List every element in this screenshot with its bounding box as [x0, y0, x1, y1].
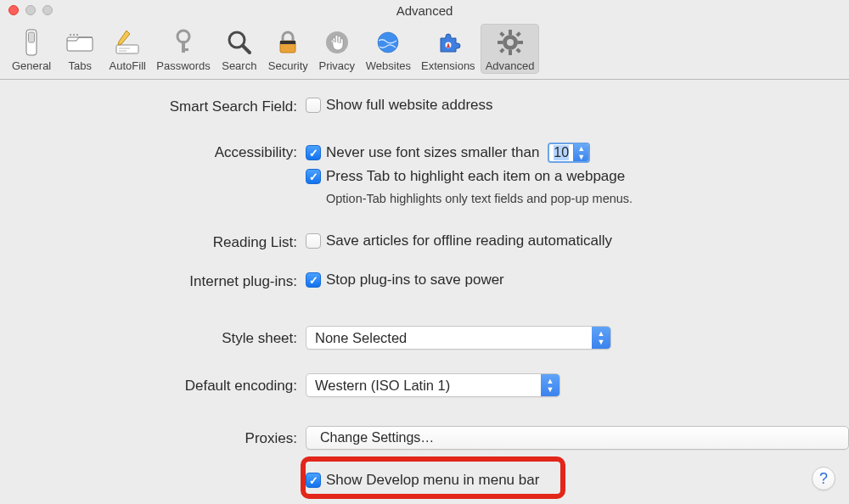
checkbox-tab-highlight[interactable]: Press Tab to highlight each item on a we… [306, 168, 849, 185]
svg-rect-23 [509, 30, 512, 35]
checkbox-icon [306, 233, 321, 249]
tab-security[interactable]: Security [263, 24, 313, 74]
checkbox-show-full-url[interactable]: Show full website address [306, 97, 849, 114]
label-proxies: Proxies: [0, 426, 306, 447]
svg-point-31 [507, 39, 514, 46]
checkbox-icon [306, 473, 321, 488]
tab-search[interactable]: Search [216, 24, 263, 74]
svg-point-5 [76, 34, 78, 36]
svg-point-3 [70, 34, 71, 36]
checkbox-offline-reading[interactable]: Save articles for offline reading automa… [306, 232, 849, 249]
window-title: Advanced [0, 3, 849, 18]
checkbox-label: Never use font sizes smaller than [326, 144, 539, 161]
svg-rect-25 [498, 41, 503, 44]
svg-rect-29 [499, 48, 504, 53]
label-smart-search: Smart Search Field: [0, 97, 306, 115]
svg-rect-2 [67, 37, 93, 51]
titlebar: Advanced [0, 0, 849, 20]
row-default-encoding: Default encoding: Western (ISO Latin 1) … [0, 373, 849, 397]
search-icon [222, 27, 256, 58]
tab-label: Search [222, 59, 256, 72]
label-default-encoding: Default encoding: [0, 373, 306, 395]
tab-label: General [12, 59, 51, 72]
default-encoding-select[interactable]: Western (ISO Latin 1) ▲▼ [306, 373, 560, 397]
puzzle-icon [431, 27, 465, 58]
svg-line-14 [243, 46, 250, 53]
checkbox-icon [306, 98, 321, 113]
row-style-sheet: Style sheet: None Selected ▲▼ [0, 326, 849, 350]
change-proxy-settings-button[interactable]: Change Settings… [306, 426, 849, 450]
checkbox-label: Press Tab to highlight each item on a we… [326, 168, 625, 185]
help-icon: ? [819, 470, 828, 488]
tab-websites[interactable]: Websites [361, 24, 416, 74]
svg-point-10 [177, 31, 189, 42]
help-button[interactable]: ? [812, 467, 835, 490]
accessibility-hint: Option-Tab highlights only text fields a… [326, 192, 849, 205]
checkbox-label: Save articles for offline reading automa… [326, 232, 612, 249]
checkbox-show-develop-menu[interactable]: Show Develop menu in menu bar [306, 472, 849, 489]
row-accessibility: Accessibility: Never use font sizes smal… [0, 143, 849, 205]
tab-autofill[interactable]: AutoFill [104, 24, 151, 74]
svg-rect-1 [29, 32, 35, 42]
globe-icon [371, 27, 405, 58]
advanced-pane: Smart Search Field: Show full website ad… [0, 80, 849, 489]
select-arrows-icon: ▲▼ [541, 374, 559, 396]
checkbox-label: Stop plug-ins to save power [326, 272, 504, 288]
gear-icon [493, 27, 527, 58]
hand-icon [320, 27, 354, 58]
tab-label: AutoFill [110, 59, 146, 72]
checkbox-icon [306, 169, 321, 184]
svg-rect-12 [182, 48, 188, 51]
row-smart-search: Smart Search Field: Show full website ad… [0, 97, 849, 115]
tab-label: Advanced [486, 59, 535, 72]
stepper-arrows[interactable]: ▲ ▼ [573, 144, 588, 161]
style-sheet-select[interactable]: None Selected ▲▼ [306, 326, 611, 350]
select-value: None Selected [306, 327, 592, 349]
pencil-form-icon [110, 27, 144, 58]
tab-general[interactable]: General [7, 24, 56, 74]
checkbox-label: Show Develop menu in menu bar [326, 472, 539, 489]
checkbox-min-font[interactable]: Never use font sizes smaller than [306, 144, 539, 161]
label-plugins: Internet plug-ins: [0, 272, 306, 290]
min-font-size-stepper[interactable]: 10 ▲ ▼ [548, 143, 590, 163]
key-icon [166, 27, 200, 58]
svg-rect-24 [509, 50, 512, 55]
tab-label: Privacy [318, 59, 355, 72]
zoom-window-button[interactable] [42, 5, 53, 15]
svg-rect-26 [518, 41, 523, 44]
button-label: Change Settings… [320, 430, 434, 445]
switch-icon [14, 27, 48, 58]
tab-label: Extensions [421, 59, 475, 72]
select-arrows-icon: ▲▼ [592, 327, 610, 349]
checkbox-icon [306, 145, 321, 160]
chevron-up-icon: ▲ [574, 144, 588, 153]
row-develop-menu: Show Develop menu in menu bar [0, 472, 849, 489]
close-window-button[interactable] [8, 5, 19, 15]
svg-rect-28 [515, 31, 520, 36]
checkbox-label: Show full website address [326, 97, 493, 114]
minimize-window-button[interactable] [25, 5, 36, 15]
checkbox-icon [306, 272, 321, 288]
lock-icon [271, 27, 305, 58]
select-value: Western (ISO Latin 1) [306, 374, 541, 396]
chevron-down-icon: ▼ [574, 153, 588, 161]
svg-rect-27 [499, 31, 504, 36]
tab-passwords[interactable]: Passwords [151, 24, 216, 74]
row-plugins: Internet plug-ins: Stop plug-ins to save… [0, 272, 849, 290]
tab-label: Security [268, 59, 308, 72]
tab-label: Tabs [69, 59, 92, 72]
tab-label: Websites [366, 59, 411, 72]
checkbox-stop-plugins[interactable]: Stop plug-ins to save power [306, 272, 849, 288]
stepper-value: 10 [549, 144, 573, 161]
label-reading-list: Reading List: [0, 232, 306, 251]
tab-extensions[interactable]: Extensions [416, 24, 481, 74]
tab-privacy[interactable]: Privacy [313, 24, 361, 74]
label-accessibility: Accessibility: [0, 143, 306, 161]
tab-advanced[interactable]: Advanced [481, 24, 540, 74]
preferences-toolbar: General Tabs AutoFill [0, 20, 849, 80]
tab-tabs[interactable]: Tabs [56, 24, 104, 74]
svg-rect-16 [280, 41, 295, 44]
svg-marker-9 [118, 31, 130, 45]
traffic-lights [0, 5, 53, 15]
label-style-sheet: Style sheet: [0, 326, 306, 347]
